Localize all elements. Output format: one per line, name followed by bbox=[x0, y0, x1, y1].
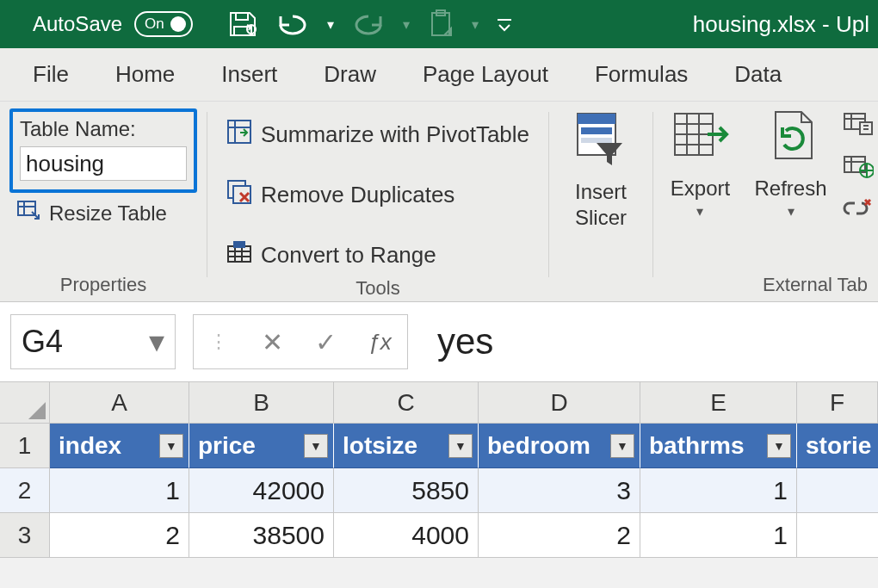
column-header[interactable]: E bbox=[640, 382, 797, 424]
undo-icon[interactable] bbox=[275, 11, 310, 37]
cell[interactable] bbox=[797, 468, 878, 513]
refresh-label: Refresh bbox=[754, 176, 826, 201]
ribbon-body: Table Name: Resize Table Properties bbox=[0, 102, 878, 301]
table-column-header[interactable]: price▼ bbox=[189, 424, 334, 468]
export-button[interactable]: Export ▾ bbox=[661, 107, 739, 221]
tab-formulas[interactable]: Formulas bbox=[595, 61, 688, 88]
row-header[interactable]: 1 bbox=[0, 424, 50, 468]
cell[interactable]: 1 bbox=[640, 468, 797, 513]
column-header-row: A B C D E F bbox=[0, 382, 878, 424]
cell[interactable]: 5850 bbox=[334, 468, 479, 513]
table-header-row: 1 index▼ price▼ lotsize▼ bedroom▼ bathrm… bbox=[0, 424, 878, 468]
cancel-icon[interactable]: ✕ bbox=[262, 327, 283, 357]
unlink-icon[interactable] bbox=[843, 196, 874, 226]
undo-dropdown-icon[interactable]: ▾ bbox=[327, 16, 334, 33]
qat-customize-icon[interactable] bbox=[496, 15, 513, 33]
resize-table-button[interactable]: Resize Table bbox=[16, 200, 167, 227]
ribbon-group-label: Tools bbox=[356, 277, 399, 300]
svg-rect-10 bbox=[581, 127, 612, 134]
cell[interactable]: 3 bbox=[479, 468, 640, 513]
properties-icon[interactable] bbox=[843, 110, 874, 139]
tab-insert[interactable]: Insert bbox=[221, 61, 277, 88]
resize-table-label: Resize Table bbox=[49, 201, 167, 226]
table-column-header[interactable]: bedroom▼ bbox=[479, 424, 640, 468]
export-icon bbox=[670, 108, 730, 170]
name-box[interactable]: G4 ▾ bbox=[10, 314, 176, 369]
slicer-label-2: Slicer bbox=[575, 206, 627, 229]
chevron-down-icon[interactable]: ▾ bbox=[149, 324, 164, 360]
external-small-buttons bbox=[843, 107, 874, 226]
formula-value: yes bbox=[437, 321, 493, 362]
formula-input[interactable]: yes bbox=[413, 314, 868, 369]
remove-duplicates-button[interactable]: Remove Duplicates bbox=[226, 172, 529, 217]
filter-dropdown-icon[interactable]: ▼ bbox=[304, 434, 328, 458]
table-column-header[interactable]: lotsize▼ bbox=[334, 424, 479, 468]
clipboard-icon[interactable] bbox=[427, 9, 454, 39]
ribbon-group-label: Properties bbox=[60, 274, 146, 296]
pivottable-icon bbox=[226, 119, 252, 151]
table-column-header[interactable]: bathrms▼ bbox=[640, 424, 797, 468]
ribbon-group-label: External Tab bbox=[763, 274, 868, 296]
ribbon-tabs: File Home Insert Draw Page Layout Formul… bbox=[0, 48, 878, 102]
summarize-pivottable-button[interactable]: Summarize with PivotTable bbox=[226, 112, 529, 157]
drag-handle-icon[interactable]: ⋮ bbox=[209, 331, 230, 353]
cell[interactable] bbox=[797, 513, 878, 558]
cell[interactable]: 1 bbox=[640, 513, 797, 558]
summarize-label: Summarize with PivotTable bbox=[261, 121, 529, 148]
insert-slicer-button[interactable]: InsertSlicer bbox=[562, 107, 640, 232]
save-icon[interactable] bbox=[227, 9, 258, 39]
table-name-input[interactable] bbox=[20, 146, 187, 181]
column-header[interactable]: B bbox=[189, 382, 334, 424]
tab-draw[interactable]: Draw bbox=[324, 61, 376, 88]
slicer-icon bbox=[571, 108, 631, 174]
cell[interactable]: 2 bbox=[50, 513, 189, 558]
select-all-corner[interactable] bbox=[0, 382, 50, 424]
chevron-down-icon[interactable]: ▾ bbox=[788, 203, 795, 220]
autosave-toggle[interactable]: On bbox=[134, 11, 193, 37]
column-header[interactable]: C bbox=[334, 382, 479, 424]
redo-dropdown-icon[interactable]: ▾ bbox=[403, 16, 410, 33]
name-box-value: G4 bbox=[22, 324, 63, 360]
table-row: 3 2 38500 4000 2 1 bbox=[0, 513, 878, 558]
fx-icon[interactable]: ƒx bbox=[368, 329, 391, 356]
autosave-state: On bbox=[145, 15, 164, 33]
filter-dropdown-icon[interactable]: ▼ bbox=[610, 434, 634, 458]
filter-dropdown-icon[interactable]: ▼ bbox=[159, 434, 183, 458]
convert-to-range-button[interactable]: Convert to Range bbox=[226, 232, 529, 277]
table-column-header[interactable]: storie▼ bbox=[797, 424, 878, 468]
row-header[interactable]: 3 bbox=[0, 513, 50, 558]
ribbon-group-tools: Summarize with PivotTable Remove Duplica… bbox=[207, 107, 548, 301]
table-column-header[interactable]: index▼ bbox=[50, 424, 189, 468]
clipboard-dropdown-icon[interactable]: ▾ bbox=[472, 16, 479, 33]
column-header[interactable]: D bbox=[479, 382, 640, 424]
svg-rect-6 bbox=[228, 246, 250, 262]
row-header[interactable]: 2 bbox=[0, 468, 50, 513]
filter-dropdown-icon[interactable]: ▼ bbox=[767, 434, 791, 458]
toggle-knob bbox=[170, 16, 186, 32]
cell[interactable]: 4000 bbox=[334, 513, 479, 558]
enter-icon[interactable]: ✓ bbox=[315, 327, 337, 357]
worksheet-grid[interactable]: A B C D E F 1 index▼ price▼ lotsize▼ bed… bbox=[0, 382, 878, 558]
slicer-label-1: Insert bbox=[575, 180, 627, 203]
refresh-button[interactable]: Refresh ▾ bbox=[745, 107, 835, 221]
cell[interactable]: 2 bbox=[479, 513, 640, 558]
tab-home[interactable]: Home bbox=[115, 61, 175, 88]
column-header[interactable]: F bbox=[797, 382, 878, 424]
redo-icon[interactable] bbox=[351, 11, 386, 37]
cell[interactable]: 42000 bbox=[189, 468, 334, 513]
quick-access-toolbar: ▾ ▾ ▾ bbox=[227, 9, 513, 39]
tab-file[interactable]: File bbox=[33, 61, 69, 88]
chevron-down-icon[interactable]: ▾ bbox=[696, 203, 703, 220]
svg-rect-9 bbox=[578, 114, 615, 124]
tab-data[interactable]: Data bbox=[734, 61, 782, 88]
open-in-browser-icon[interactable] bbox=[843, 153, 874, 183]
cell[interactable]: 1 bbox=[50, 468, 189, 513]
ribbon-group-slicer: InsertSlicer bbox=[549, 107, 652, 301]
column-header[interactable]: A bbox=[50, 382, 189, 424]
cell[interactable]: 38500 bbox=[189, 513, 334, 558]
ribbon-group-properties: Table Name: Resize Table Properties bbox=[0, 107, 207, 301]
convert-range-icon bbox=[226, 239, 252, 271]
filter-dropdown-icon[interactable]: ▼ bbox=[448, 434, 473, 458]
export-label: Export bbox=[671, 176, 730, 201]
tab-page-layout[interactable]: Page Layout bbox=[423, 61, 548, 88]
